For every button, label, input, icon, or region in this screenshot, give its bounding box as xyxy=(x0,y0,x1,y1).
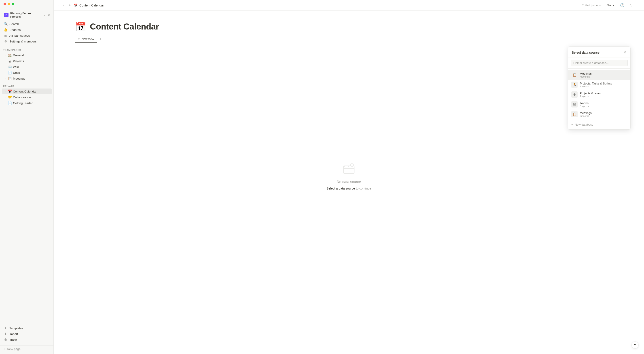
panel-divider xyxy=(568,120,630,120)
sidebar-item-settings[interactable]: ⚙ Settings & members xyxy=(2,38,52,44)
sidebar-item-projects[interactable]: › ◎ Projects xyxy=(2,58,52,64)
sidebar-item-meetings[interactable]: › 📋 Meetings xyxy=(2,75,52,81)
collapse-sidebar-button[interactable]: « xyxy=(47,12,51,18)
meetings-icon: 📋 xyxy=(571,111,578,117)
grid-icon: ⊞ xyxy=(4,34,8,37)
sidebar-item-trash[interactable]: 🗑 Trash xyxy=(2,337,52,343)
sidebar-item-docs[interactable]: › 📄 Docs xyxy=(2,70,52,75)
topbar-page-icon: 📅 xyxy=(74,3,78,7)
data-source-search-input[interactable] xyxy=(571,60,628,66)
wiki-icon: 📖 xyxy=(8,65,12,69)
sidebar-item-import[interactable]: ⬇ Import xyxy=(2,331,52,337)
item-name: Projects, Tasks & Sprints xyxy=(580,82,612,85)
back-button[interactable]: ‹ xyxy=(57,2,61,8)
new-page-button[interactable]: + New page xyxy=(0,345,54,352)
panel-header: Select data source ✕ xyxy=(568,47,630,57)
topbar-page-title: Content Calendar xyxy=(80,3,104,7)
sidebar-item-general[interactable]: › 🏠 General xyxy=(2,52,52,58)
empty-state: ? No data source Select a data source to… xyxy=(54,43,644,354)
sidebar-item-label: Content Calendar xyxy=(13,90,50,93)
sidebar-item-label: Docs xyxy=(13,71,50,74)
projects-icon: ◎ xyxy=(8,59,12,63)
page-header: 📅 Content Calendar xyxy=(54,11,644,35)
sidebar-item-getting-started[interactable]: › 📄 Getting Started xyxy=(2,100,52,106)
calendar-icon: 📅 xyxy=(8,89,12,93)
panel-search xyxy=(568,57,630,69)
sidebar-item-label: Search xyxy=(10,22,19,26)
panel-item-info: Meetings General xyxy=(580,111,592,117)
new-page-label: New page xyxy=(7,347,20,351)
panel-close-button[interactable]: ✕ xyxy=(623,50,627,55)
sidebar-header: P Planning Future Projects ⌄ « xyxy=(0,8,54,20)
sidebar-item-label: Settings & members xyxy=(10,40,37,43)
sidebar-item-updates[interactable]: 🔔 Updates xyxy=(2,27,52,33)
chevron-icon: › xyxy=(4,66,7,68)
item-sub: Projects xyxy=(580,85,612,88)
chevron-icon: › xyxy=(4,77,7,80)
private-section-label: Private xyxy=(0,81,54,88)
data-source-item-projects-tasks-sprints[interactable]: 🏃 Projects, Tasks & Sprints Projects xyxy=(568,80,630,90)
trash-icon: 🗑 xyxy=(4,338,8,342)
sidebar-item-label: Wiki xyxy=(13,65,50,69)
traffic-lights xyxy=(0,0,54,8)
plus-icon: + xyxy=(571,123,573,126)
svg-text:?: ? xyxy=(351,164,353,166)
meetings-icon: 📋 xyxy=(571,72,578,78)
history-button[interactable]: 🕐 xyxy=(619,2,626,8)
sidebar-item-collaboration[interactable]: › 🤝 Collaboration xyxy=(2,94,52,100)
search-icon: 🔍 xyxy=(4,22,8,26)
minimize-button[interactable] xyxy=(8,3,10,5)
table-view-icon: ⊞ xyxy=(78,37,80,41)
workspace-selector[interactable]: P Planning Future Projects ⌄ xyxy=(3,11,47,19)
page-emoji[interactable]: 📅 xyxy=(75,21,86,32)
sidebar: P Planning Future Projects ⌄ « 🔍 Search … xyxy=(0,0,54,354)
data-source-item-meetings-general[interactable]: 📋 Meetings General xyxy=(568,109,630,119)
more-options-button[interactable]: ··· xyxy=(636,2,640,8)
share-button[interactable]: Share xyxy=(604,3,616,8)
panel-item-info: Meetings Meetings xyxy=(580,72,592,78)
bell-icon: 🔔 xyxy=(4,28,8,31)
maximize-button[interactable] xyxy=(12,3,14,5)
select-data-source-link[interactable]: Select a data source xyxy=(326,187,355,190)
help-button[interactable]: ? xyxy=(632,342,639,349)
checkbox-icon: ☑ xyxy=(571,101,578,107)
data-source-item-projects-tasks[interactable]: ⚙ Projects & tasks Projects xyxy=(568,90,630,99)
empty-subtitle: Select a data source to continue xyxy=(326,187,371,190)
panel-list: 📋 Meetings Meetings 🏃 Projects, Tasks & … xyxy=(568,69,630,129)
chevron-icon: › xyxy=(4,90,7,93)
new-database-button[interactable]: + New database xyxy=(568,121,630,128)
empty-folder-icon: ? xyxy=(342,162,355,177)
panel-item-info: To-dos Projects xyxy=(580,101,589,107)
sidebar-item-templates[interactable]: ✦ Templates xyxy=(2,325,52,331)
page-title: Content Calendar xyxy=(90,22,159,31)
page-content: 📅 Content Calendar ⊞ New view + ? xyxy=(54,11,644,354)
sidebar-item-label: Collaboration xyxy=(13,96,50,99)
docs-icon: 📄 xyxy=(8,71,12,75)
sidebar-item-wiki[interactable]: › 📖 Wiki xyxy=(2,64,52,70)
sidebar-item-label: Projects xyxy=(13,59,50,63)
item-name: To-dos xyxy=(580,101,589,105)
empty-suffix: to continue xyxy=(355,187,371,190)
nav-buttons: ‹ › xyxy=(57,2,66,8)
workspace-avatar: P xyxy=(4,13,8,17)
sidebar-item-content-calendar[interactable]: › 📅 Content Calendar xyxy=(2,88,52,94)
sidebar-item-label: Templates xyxy=(10,327,23,330)
data-source-item-meetings-projects[interactable]: 📋 Meetings Meetings xyxy=(568,70,630,80)
close-button[interactable] xyxy=(4,3,6,5)
add-view-button[interactable]: + xyxy=(98,36,104,42)
chevron-down-icon: ⌄ xyxy=(44,14,46,16)
forward-button[interactable]: › xyxy=(62,2,65,8)
panel-item-info: Projects & tasks Projects xyxy=(580,92,600,98)
data-source-item-to-dos[interactable]: ☑ To-dos Projects xyxy=(568,99,630,109)
sidebar-item-label: Import xyxy=(10,332,18,336)
favorite-button[interactable]: ☆ xyxy=(628,2,633,8)
add-page-button[interactable]: + xyxy=(67,2,72,8)
sidebar-item-all-teamspaces[interactable]: ⊞ All teamspaces xyxy=(2,33,52,38)
sidebar-nav: 🔍 Search 🔔 Updates ⊞ All teamspaces ⚙ Se… xyxy=(0,20,54,45)
tab-new-view[interactable]: ⊞ New view xyxy=(75,35,97,43)
item-sub: Projects xyxy=(580,95,600,98)
plus-icon: + xyxy=(3,347,5,351)
item-name: Meetings xyxy=(580,72,592,75)
sidebar-item-search[interactable]: 🔍 Search xyxy=(2,21,52,27)
teamspaces-list: › 🏠 General › ◎ Projects › 📖 Wiki › 📄 Do… xyxy=(0,52,54,81)
